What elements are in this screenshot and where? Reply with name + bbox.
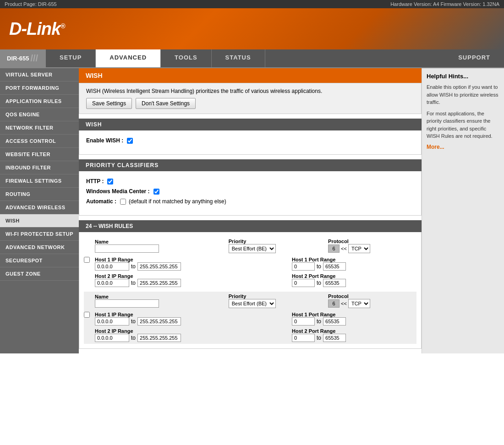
logo: D-Link® — [9, 19, 65, 39]
enable-wish-row: Enable WISH : — [86, 137, 414, 144]
hints-title: Helpful Hints... — [427, 73, 499, 80]
sidebar-item-network-filter[interactable]: NETWORK FILTER — [0, 121, 79, 135]
sidebar-item-routing[interactable]: ROUTING — [0, 188, 79, 201]
rule1-host1-ip-from[interactable] — [95, 262, 129, 271]
dont-save-settings-button[interactable]: Don't Save Settings — [136, 98, 196, 109]
rule2-protocol-label: Protocol — [328, 293, 415, 299]
product-page: Product Page: DIR-655 — [5, 1, 57, 7]
sidebar-item-securespot[interactable]: SECURESPOT — [0, 254, 79, 267]
info-box: WISH (Wireless Intelligent Stream Handli… — [79, 83, 422, 114]
rule2-host2-port-label: Host 2 Port Range — [292, 328, 415, 334]
wish-section-content: Enable WISH : — [79, 130, 422, 155]
rule2-enable-checkbox[interactable] — [84, 312, 90, 318]
priority-section-content: HTTP : Windows Media Center : Automatic … — [79, 171, 422, 216]
rule1-protocol-select[interactable]: TCP — [348, 244, 370, 253]
rule1-protocol-label: Protocol — [328, 239, 415, 244]
version-info: Hardware Version: A4 Firmware Version: 1… — [390, 1, 499, 7]
rule2-protocol-op: << — [341, 301, 347, 306]
rule2-host1-ip-to[interactable] — [137, 317, 181, 326]
rule2-host2-ip-from[interactable] — [95, 334, 129, 342]
rule1-host2-port-label: Host 2 Port Range — [292, 273, 415, 279]
tab-setup[interactable]: SETUP — [46, 49, 96, 67]
rule2-name-label: Name — [95, 294, 226, 299]
save-settings-button[interactable]: Save Settings — [86, 98, 132, 109]
rule-checkbox-col — [84, 237, 93, 255]
rule1-host1-port-label: Host 1 Port Range — [292, 257, 415, 262]
automatic-hint: (default if not matched by anything else… — [129, 198, 226, 205]
rule1-ip-row: Host 1 IP Range to Host 1 Port R — [84, 255, 416, 289]
sidebar-item-website-filter[interactable]: WEBSITE FILTER — [0, 148, 79, 161]
sidebar-item-guest-zone[interactable]: GUEST ZONE — [0, 267, 79, 281]
rule-row: Name Priority Best Effort (BE) — [84, 292, 416, 344]
nav-tabs: DIR-655/// SETUP ADVANCED TOOLS STATUS S… — [0, 49, 504, 68]
sidebar-item-application-rules[interactable]: APPLICATION RULES — [0, 95, 79, 108]
wish-section-title: WISH — [79, 119, 422, 130]
hints-text2: For most applications, the priority clas… — [427, 110, 499, 140]
tab-advanced[interactable]: ADVANCED — [96, 49, 161, 67]
description-text: WISH (Wireless Intelligent Stream Handli… — [86, 88, 414, 94]
wmc-row: Windows Media Center : — [86, 188, 414, 195]
rule-row: Name Priority Best Effort (BE) — [84, 237, 416, 289]
sidebar-item-inbound-filter[interactable]: INBOUND FILTER — [0, 161, 79, 174]
rule1-name-label: Name — [95, 239, 226, 244]
content: WISH WISH (Wireless Intelligent Stream H… — [79, 68, 422, 353]
rule2-host1-ip-from[interactable] — [95, 317, 129, 326]
rule1-name-input[interactable] — [95, 244, 159, 253]
wish-rules-section: 24 -- WISH RULES Name — [79, 220, 422, 349]
rule2-host1-port-to[interactable] — [323, 317, 346, 326]
rule2-host2-ip-to[interactable] — [137, 334, 181, 342]
hints-more-link[interactable]: More... — [427, 144, 499, 150]
sidebar-item-access-control[interactable]: ACCESS CONTROL — [0, 135, 79, 148]
rule2-host1-port-from[interactable] — [292, 317, 315, 326]
tab-support[interactable]: SUPPORT — [444, 49, 504, 67]
rule1-host2-port-to[interactable] — [323, 279, 346, 287]
http-label: HTTP : — [86, 178, 104, 185]
rule1-host2-ip-from[interactable] — [95, 279, 129, 287]
rule2-priority-select[interactable]: Best Effort (BE) — [229, 299, 276, 308]
right-panel: Helpful Hints... Enable this option if y… — [422, 68, 504, 353]
rule2-checkbox-col — [84, 292, 93, 310]
rule-name-row: Name Priority Best Effort (BE) — [84, 237, 416, 255]
rule1-priority-select[interactable]: Best Effort (BE) — [229, 244, 276, 253]
rule1-protocol-op: << — [341, 246, 347, 251]
main-layout: VIRTUAL SERVER PORT FORWARDING APPLICATI… — [0, 68, 504, 353]
rule2-host2-ip-label: Host 2 IP Range — [95, 328, 289, 334]
rule2-protocol-num: 6 — [328, 299, 340, 308]
rule2-host2-port-from[interactable] — [292, 334, 315, 342]
rule1-host1-port-from[interactable] — [292, 262, 315, 271]
rule2-host1-ip-label: Host 1 IP Range — [95, 312, 289, 317]
sidebar-item-firewall-settings[interactable]: FIREWALL SETTINGS — [0, 174, 79, 188]
rule1-host1-ip-label: Host 1 IP Range — [95, 257, 289, 262]
sidebar-item-qos-engine[interactable]: QOS ENGINE — [0, 108, 79, 121]
http-row: HTTP : — [86, 178, 414, 185]
rule2-host1-port-label: Host 1 Port Range — [292, 312, 415, 317]
automatic-checkbox[interactable] — [120, 199, 126, 205]
tab-status[interactable]: STATUS — [212, 49, 265, 67]
sidebar-item-wifi-protected-setup[interactable]: WI-FI PROTECTED SETUP — [0, 228, 79, 241]
wish-rules-title: 24 -- WISH RULES — [79, 220, 422, 232]
wmc-checkbox[interactable] — [153, 189, 159, 195]
hints-text1: Enable this option if you want to allow … — [427, 83, 499, 106]
rule2-protocol-select[interactable]: TCP — [348, 299, 370, 308]
priority-section-title: PRIORITY CLASSIFIERS — [79, 159, 422, 171]
sidebar-item-advanced-wireless[interactable]: ADVANCED WIRELESS — [0, 201, 79, 214]
rule1-host2-port-from[interactable] — [292, 279, 315, 287]
model-badge: DIR-655/// — [0, 49, 46, 67]
rule1-host1-port-to[interactable] — [323, 262, 346, 271]
rule2-name-input[interactable] — [95, 299, 159, 308]
rule1-host1-ip-to[interactable] — [137, 262, 181, 271]
enable-wish-checkbox[interactable] — [127, 138, 133, 144]
rule2-host2-port-to[interactable] — [323, 334, 346, 342]
tab-tools[interactable]: TOOLS — [161, 49, 212, 67]
enable-wish-label: Enable WISH : — [86, 137, 123, 144]
sidebar-item-virtual-server[interactable]: VIRTUAL SERVER — [0, 68, 79, 81]
sidebar-item-wish[interactable]: WISH — [0, 214, 79, 228]
sidebar: VIRTUAL SERVER PORT FORWARDING APPLICATI… — [0, 68, 79, 353]
rule1-enable-checkbox[interactable] — [84, 257, 90, 263]
automatic-row: Automatic : (default if not matched by a… — [86, 198, 414, 205]
http-checkbox[interactable] — [107, 179, 113, 185]
rule1-host2-ip-to[interactable] — [137, 279, 181, 287]
sidebar-item-port-forwarding[interactable]: PORT FORWARDING — [0, 81, 79, 95]
rule2-ip-row: Host 1 IP Range to Host 1 Port R — [84, 310, 416, 344]
sidebar-item-advanced-network[interactable]: ADVANCED NETWORK — [0, 241, 79, 254]
